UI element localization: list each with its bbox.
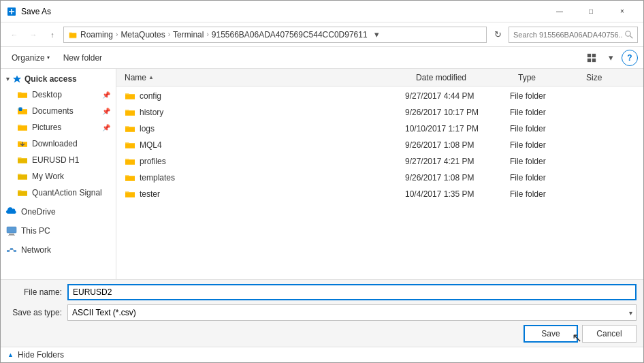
folder-icon <box>125 189 135 200</box>
dialog-title: Save As <box>21 7 544 16</box>
main-content: ▾ Quick access Desktop 📌 <box>1 69 643 279</box>
address-bar[interactable]: Roaming › MetaQuotes › Terminal › 915566… <box>63 27 487 43</box>
filetype-select-wrapper: ASCII Text (*.csv) <box>67 304 637 321</box>
sidebar-item-network[interactable]: Network <box>1 242 116 258</box>
sidebar-item-my-work[interactable]: My Work <box>1 168 116 185</box>
save-button[interactable]: Save ↖ <box>524 325 578 343</box>
folder-icon <box>125 123 135 134</box>
col-header-name[interactable]: Name ▲ <box>122 73 413 82</box>
folder-icon <box>125 172 135 183</box>
hide-folders-label: Hide Folders <box>18 350 64 360</box>
filename-input[interactable] <box>67 284 637 300</box>
nav-toolbar: ← → ↑ Roaming › MetaQuotes › Terminal › … <box>1 22 643 47</box>
svg-rect-9 <box>7 227 16 233</box>
svg-rect-14 <box>14 250 16 252</box>
sidebar-item-pictures[interactable]: Pictures 📌 <box>1 119 116 136</box>
file-list-header: Name ▲ Date modified Type Size <box>116 69 643 86</box>
filetype-select[interactable]: ASCII Text (*.csv) <box>67 304 637 321</box>
table-row[interactable]: templates 9/26/2017 1:08 PM File folder <box>116 170 643 186</box>
save-as-dialog: Save As — □ × ← → ↑ Roaming › MetaQuotes… <box>0 0 644 363</box>
file-type-cell: File folder <box>510 173 578 183</box>
breadcrumb-roaming[interactable]: Roaming <box>80 30 113 40</box>
network-icon <box>6 244 17 255</box>
sidebar-item-onedrive[interactable]: OneDrive <box>1 204 116 220</box>
file-date-cell: 10/10/2017 1:17 PM <box>405 124 507 133</box>
file-type-cell: File folder <box>510 140 578 150</box>
filetype-row: Save as type: ASCII Text (*.csv) <box>7 304 637 321</box>
minimize-button[interactable]: — <box>544 1 575 22</box>
action-bar: Organize ▾ New folder ▾ ? <box>1 47 643 69</box>
file-name-cell: history <box>125 107 402 118</box>
svg-rect-11 <box>8 235 15 236</box>
cancel-button[interactable]: Cancel <box>582 325 637 343</box>
quick-access-header[interactable]: ▾ Quick access <box>1 72 116 86</box>
new-folder-button[interactable]: New folder <box>58 52 108 64</box>
svg-point-1 <box>626 31 631 36</box>
table-row[interactable]: MQL4 9/26/2017 1:08 PM File folder <box>116 137 643 153</box>
sidebar-item-documents[interactable]: Documents 📌 <box>1 103 116 119</box>
search-icon <box>625 31 633 39</box>
svg-rect-6 <box>592 58 596 61</box>
file-date-cell: 9/27/2017 4:44 PM <box>405 91 507 101</box>
file-name-cell: profiles <box>125 156 402 167</box>
table-row[interactable]: tester 10/4/2017 1:35 PM File folder <box>116 186 643 202</box>
hide-folders-chevron-icon: ▲ <box>7 351 14 358</box>
eurusd-folder-icon <box>17 155 28 165</box>
folder-icon <box>125 107 135 118</box>
table-row[interactable]: history 9/26/2017 10:17 PM File folder <box>116 104 643 121</box>
onedrive-icon <box>6 206 17 217</box>
documents-folder-icon <box>17 106 28 116</box>
file-name-cell: tester <box>125 189 402 200</box>
address-dropdown-button[interactable]: ▾ <box>370 27 384 43</box>
cursor-icon: ↖ <box>572 330 582 345</box>
breadcrumb-folder-id[interactable]: 915566BA06ADA407569C544CC0D97611 <box>212 30 368 40</box>
view-mode-button[interactable] <box>583 50 600 66</box>
dialog-icon <box>6 6 17 17</box>
file-name-cell: config <box>125 91 402 101</box>
breadcrumb-terminal[interactable]: Terminal <box>173 30 204 40</box>
close-button[interactable]: × <box>607 1 638 22</box>
filename-row: File name: <box>7 284 637 300</box>
sidebar-item-this-pc[interactable]: This PC <box>1 223 116 239</box>
search-input[interactable] <box>513 31 622 39</box>
view-dropdown-button[interactable]: ▾ <box>602 50 619 66</box>
pictures-folder-icon <box>17 122 28 133</box>
view-icon <box>587 53 596 63</box>
col-header-date[interactable]: Date modified <box>413 73 515 82</box>
refresh-button[interactable]: ↻ <box>489 27 506 43</box>
file-date-cell: 9/26/2017 1:08 PM <box>405 173 507 183</box>
hide-folders-bar[interactable]: ▲ Hide Folders <box>1 347 643 362</box>
maximize-button[interactable]: □ <box>575 1 607 22</box>
filename-label: File name: <box>7 287 62 297</box>
sidebar-item-downloaded[interactable]: Downloaded <box>1 136 116 152</box>
file-name-cell: logs <box>125 123 402 134</box>
svg-rect-12 <box>7 250 10 252</box>
table-row[interactable]: profiles 9/27/2017 4:21 PM File folder <box>116 153 643 170</box>
sidebar-item-desktop[interactable]: Desktop 📌 <box>1 86 116 103</box>
quantaction-folder-icon <box>17 187 28 198</box>
file-type-cell: File folder <box>510 124 578 133</box>
saveas-label: Save as type: <box>7 308 62 317</box>
svg-line-15 <box>10 249 10 251</box>
sidebar-item-quantaction[interactable]: QuantAction Signal <box>1 185 116 201</box>
folder-icon <box>125 140 135 151</box>
svg-rect-3 <box>587 53 591 57</box>
up-button[interactable]: ↑ <box>44 27 61 43</box>
organize-button[interactable]: Organize ▾ <box>6 52 55 64</box>
back-button[interactable]: ← <box>6 27 22 43</box>
col-header-size[interactable]: Size <box>583 73 638 82</box>
quick-access-icon <box>12 74 22 84</box>
svg-rect-13 <box>10 248 13 250</box>
table-row[interactable]: logs 10/10/2017 1:17 PM File folder <box>116 121 643 137</box>
file-type-cell: File folder <box>510 91 578 101</box>
help-button[interactable]: ? <box>622 50 638 66</box>
sidebar-item-eurusd[interactable]: EURUSD H1 <box>1 152 116 168</box>
file-list-body: config 9/27/2017 4:44 PM File folder his… <box>116 86 643 279</box>
quick-access-chevron-icon: ▾ <box>6 76 10 82</box>
file-type-cell: File folder <box>510 157 578 166</box>
breadcrumb-metaquotes[interactable]: MetaQuotes <box>120 30 165 40</box>
table-row[interactable]: config 9/27/2017 4:44 PM File folder <box>116 88 643 104</box>
forward-button[interactable]: → <box>25 27 42 43</box>
title-bar: Save As — □ × <box>1 1 643 22</box>
col-header-type[interactable]: Type <box>515 73 583 82</box>
